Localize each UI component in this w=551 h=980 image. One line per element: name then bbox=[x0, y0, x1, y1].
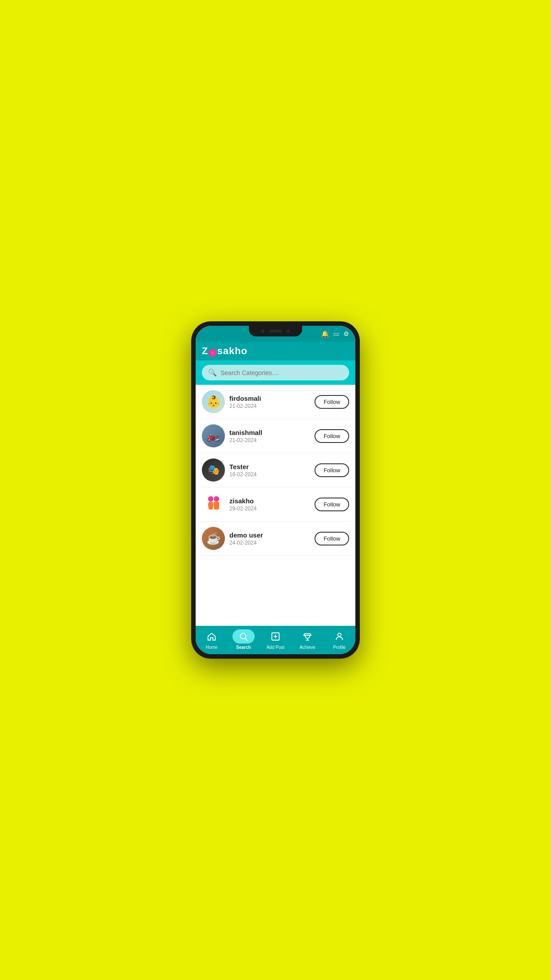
avatar: ☕ bbox=[202, 527, 225, 550]
home-icon bbox=[207, 632, 216, 641]
follow-button[interactable]: Follow bbox=[315, 463, 349, 477]
user-name: demo user bbox=[229, 531, 310, 539]
list-item: zisakho 29-02-2024 Follow bbox=[200, 487, 351, 522]
user-info: tanishmall 21-02-2024 bbox=[229, 429, 310, 443]
nav-label-add-post: Add Post bbox=[267, 645, 285, 650]
status-bar: 🔔 ▭ ⚙ bbox=[196, 326, 355, 342]
app-header: Z♀sakho bbox=[196, 342, 355, 360]
zisakho-avatar-icon bbox=[202, 493, 225, 516]
search-nav-icon bbox=[239, 632, 248, 641]
list-item: 🏍️ tanishmall 21-02-2024 Follow bbox=[200, 419, 351, 453]
nav-label-search: Search bbox=[236, 645, 251, 650]
search-section: 🔍 bbox=[196, 360, 355, 385]
user-name: tanishmall bbox=[229, 429, 310, 436]
follow-button[interactable]: Follow bbox=[315, 395, 349, 409]
user-name: zisakho bbox=[229, 497, 310, 505]
user-info: demo user 24-02-2024 bbox=[229, 531, 310, 546]
nav-label-profile: Profile bbox=[333, 645, 346, 650]
add-post-icon bbox=[271, 632, 280, 641]
sidebar-item-search[interactable]: Search bbox=[228, 629, 260, 650]
phone-screen: 🔔 ▭ ⚙ Z♀sakho 🔍 👶 bbox=[196, 326, 355, 654]
search-icon: 🔍 bbox=[208, 368, 217, 377]
phone-frame: 🔔 ▭ ⚙ Z♀sakho 🔍 👶 bbox=[191, 321, 360, 659]
list-item: 👶 firdosmali 21-02-2024 Follow bbox=[200, 385, 351, 419]
logo-icon: ♀ bbox=[209, 349, 216, 357]
user-date: 29-02-2024 bbox=[229, 506, 310, 512]
follow-button[interactable]: Follow bbox=[315, 498, 349, 511]
user-date: 24-02-2024 bbox=[229, 540, 310, 546]
user-date: 16-02-2024 bbox=[229, 471, 310, 478]
user-info: zisakho 29-02-2024 bbox=[229, 497, 310, 512]
achieve-icon bbox=[303, 632, 312, 641]
avatar bbox=[202, 493, 225, 516]
svg-point-1 bbox=[214, 496, 219, 502]
search-bar-container: 🔍 bbox=[202, 365, 349, 380]
search-input[interactable] bbox=[220, 369, 343, 376]
app-logo: Z♀sakho bbox=[202, 345, 248, 357]
list-item: 🎭 Tester 16-02-2024 Follow bbox=[200, 453, 351, 487]
settings-icon[interactable]: ⚙ bbox=[343, 330, 349, 337]
user-list: 👶 firdosmali 21-02-2024 Follow 🏍️ tanish… bbox=[196, 385, 355, 626]
user-name: Tester bbox=[229, 463, 310, 470]
avatar: 🏍️ bbox=[202, 424, 225, 447]
header-icons: 🔔 ▭ ⚙ bbox=[321, 330, 349, 337]
svg-point-11 bbox=[338, 633, 341, 636]
sidebar-item-achieve[interactable]: Achieve bbox=[291, 629, 323, 650]
message-icon[interactable]: ▭ bbox=[333, 330, 339, 337]
user-info: Tester 16-02-2024 bbox=[229, 463, 310, 478]
follow-button[interactable]: Follow bbox=[315, 532, 349, 545]
nav-label-home: Home bbox=[206, 645, 218, 650]
user-info: firdosmali 21-02-2024 bbox=[229, 395, 310, 409]
avatar: 👶 bbox=[202, 390, 225, 413]
notch bbox=[249, 326, 302, 336]
notification-icon[interactable]: 🔔 bbox=[321, 330, 329, 337]
user-date: 21-02-2024 bbox=[229, 437, 310, 443]
follow-button[interactable]: Follow bbox=[315, 429, 349, 443]
sidebar-item-home[interactable]: Home bbox=[196, 629, 228, 650]
user-date: 21-02-2024 bbox=[229, 403, 310, 409]
avatar: 🎭 bbox=[202, 458, 225, 482]
bottom-navigation: Home Search bbox=[196, 626, 355, 654]
svg-line-5 bbox=[245, 638, 247, 640]
sidebar-item-add-post[interactable]: Add Post bbox=[260, 629, 291, 650]
sidebar-item-profile[interactable]: Profile bbox=[323, 629, 355, 650]
user-name: firdosmali bbox=[229, 395, 310, 402]
profile-icon bbox=[335, 632, 344, 641]
svg-point-0 bbox=[208, 496, 213, 502]
list-item: ☕ demo user 24-02-2024 Follow bbox=[200, 522, 351, 556]
nav-label-achieve: Achieve bbox=[299, 645, 315, 650]
